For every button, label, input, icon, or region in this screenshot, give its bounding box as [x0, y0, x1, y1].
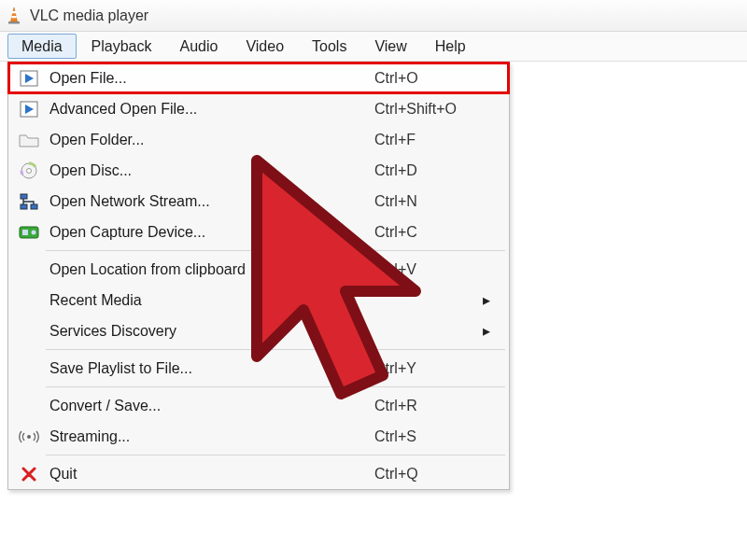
menuitem-convert-save[interactable]: Convert / Save...Ctrl+R: [8, 390, 509, 421]
menuitem-shortcut: Ctrl+Y: [374, 360, 477, 377]
menuitem-label: Advanced Open File...: [49, 101, 374, 118]
menuitem-shortcut: Ctrl+C: [374, 224, 477, 241]
menu-separator: [46, 455, 505, 455]
vlc-cone-icon: [6, 7, 22, 25]
menuitem-open-capture-device[interactable]: Open Capture Device...Ctrl+C: [8, 217, 509, 247]
menuitem-shortcut: Ctrl+D: [374, 162, 477, 179]
menuitem-shortcut: Ctrl+S: [374, 428, 477, 445]
menu-playback[interactable]: Playback: [78, 32, 165, 61]
network-icon: [19, 193, 39, 210]
menuitem-icon-slot: [8, 467, 49, 482]
menu-video[interactable]: Video: [233, 32, 297, 61]
menuitem-open-disc[interactable]: Open Disc...Ctrl+D: [8, 155, 509, 186]
menuitem-label: Streaming...: [49, 428, 374, 445]
menuitem-open-network-stream[interactable]: Open Network Stream...Ctrl+N: [8, 186, 509, 217]
menuitem-quit[interactable]: QuitCtrl+Q: [8, 458, 509, 489]
capture-icon: [19, 225, 39, 240]
menuitem-label: Recent Media: [49, 292, 374, 309]
menuitem-label: Open Disc...: [49, 162, 374, 179]
folder-icon: [19, 133, 39, 147]
menuitem-icon-slot: [8, 133, 49, 147]
content-area: Open File...Ctrl+OAdvanced Open File...C…: [0, 62, 747, 560]
menu-help[interactable]: Help: [422, 32, 479, 61]
menuitem-advanced-open-file[interactable]: Advanced Open File...Ctrl+Shift+O: [8, 93, 509, 124]
menu-view[interactable]: View: [361, 32, 419, 61]
menuitem-icon-slot: [8, 193, 49, 210]
menuitem-icon-slot: [8, 429, 49, 444]
menuitem-label: Open Network Stream...: [49, 193, 374, 210]
titlebar: VLC media player: [0, 0, 747, 32]
svg-point-9: [27, 168, 32, 173]
menu-separator: [46, 250, 505, 251]
menuitem-label: Open Folder...: [49, 132, 374, 148]
menuitem-shortcut: Ctrl+V: [374, 261, 477, 278]
menuitem-label: Open Location from clipboard: [49, 261, 374, 278]
menuitem-label: Open Capture Device...: [49, 224, 374, 241]
menuitem-shortcut: Ctrl+Shift+O: [374, 101, 477, 118]
menu-separator: [46, 349, 505, 350]
submenu-arrow-icon: ▸: [477, 322, 490, 340]
menuitem-streaming[interactable]: Streaming...Ctrl+S: [8, 421, 509, 452]
menuitem-recent-media[interactable]: Recent Media▸: [8, 285, 509, 315]
svg-point-15: [32, 230, 36, 234]
menuitem-shortcut: Ctrl+F: [374, 132, 477, 148]
stream-icon: [19, 429, 39, 444]
svg-point-16: [27, 435, 31, 439]
menuitem-label: Convert / Save...: [49, 398, 374, 414]
svg-rect-12: [31, 204, 37, 209]
svg-rect-11: [21, 204, 27, 209]
disc-icon: [20, 161, 38, 180]
menuitem-shortcut: Ctrl+O: [374, 70, 477, 87]
menu-tools[interactable]: Tools: [299, 32, 359, 61]
window-title: VLC media player: [30, 7, 148, 24]
menuitem-open-folder[interactable]: Open Folder...Ctrl+F: [8, 124, 509, 155]
menuitem-shortcut: Ctrl+R: [374, 398, 477, 414]
svg-rect-10: [21, 194, 27, 199]
menuitem-label: Open File...: [49, 70, 374, 87]
menu-audio[interactable]: Audio: [167, 32, 232, 61]
menuitem-save-playlist-to-file[interactable]: Save Playlist to File...Ctrl+Y: [8, 353, 509, 384]
quit-icon: [21, 467, 36, 482]
menuitem-icon-slot: [8, 101, 49, 118]
menuitem-shortcut: Ctrl+N: [374, 193, 477, 210]
menu-media[interactable]: Media: [7, 34, 77, 59]
menuitem-open-file[interactable]: Open File...Ctrl+O: [8, 63, 509, 93]
menuitem-icon-slot: [8, 225, 49, 240]
play-file-icon: [20, 70, 38, 87]
svg-rect-14: [22, 230, 28, 235]
play-file-icon: [20, 101, 38, 118]
media-dropdown-menu: Open File...Ctrl+OAdvanced Open File...C…: [7, 62, 510, 490]
svg-rect-3: [8, 21, 20, 24]
svg-rect-2: [11, 16, 16, 18]
menubar: MediaPlaybackAudioVideoToolsViewHelp: [0, 32, 747, 62]
submenu-arrow-icon: ▸: [477, 291, 490, 309]
svg-marker-0: [11, 7, 18, 21]
menuitem-services-discovery[interactable]: Services Discovery▸: [8, 315, 509, 346]
menuitem-label: Quit: [49, 466, 374, 483]
menuitem-label: Save Playlist to File...: [49, 360, 374, 377]
menuitem-icon-slot: [8, 70, 49, 87]
menuitem-label: Services Discovery: [49, 323, 374, 340]
menuitem-open-location-from-clipboard[interactable]: Open Location from clipboardCtrl+V: [8, 254, 509, 285]
menuitem-shortcut: Ctrl+Q: [374, 466, 477, 483]
svg-rect-1: [12, 11, 16, 13]
menu-separator: [46, 386, 505, 387]
menuitem-icon-slot: [8, 161, 49, 180]
